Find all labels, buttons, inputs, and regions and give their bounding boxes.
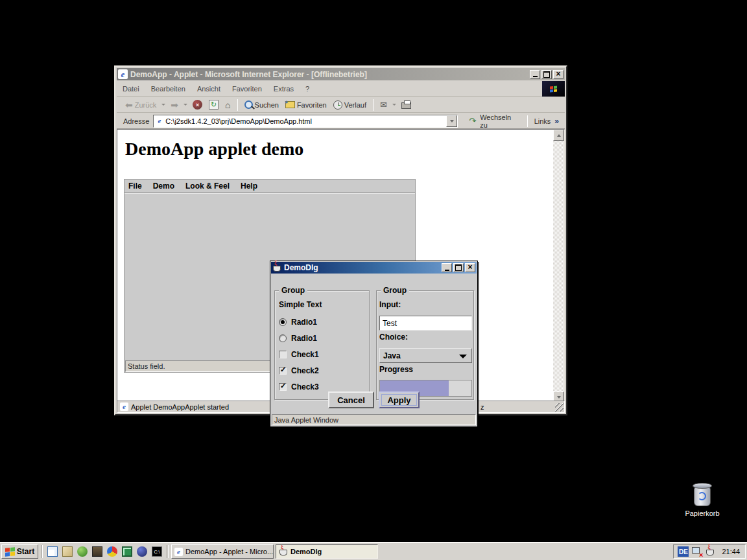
radio-1-label: Radio1 — [291, 318, 317, 327]
task-button-demodlg[interactable]: DemoDlg — [276, 544, 378, 559]
network-disconnected-icon[interactable] — [692, 547, 702, 556]
applet-menu-lookfeel[interactable]: Look & Feel — [185, 181, 230, 191]
chevron-down-icon — [450, 120, 454, 122]
simple-text-label: Simple Text — [279, 299, 322, 310]
refresh-button[interactable]: ↻ — [206, 99, 222, 111]
radio-option-2[interactable]: Radio1 — [279, 333, 317, 344]
go-label: Wechseln zu — [480, 113, 518, 129]
menu-ansicht[interactable]: Ansicht — [191, 82, 226, 95]
print-button[interactable] — [398, 99, 414, 110]
menu-bearbeiten[interactable]: Bearbeiten — [145, 82, 191, 95]
go-arrow-icon: ↷ — [469, 116, 476, 126]
task-button-ie[interactable]: e DemoApp - Applet - Micro... — [171, 544, 274, 559]
checkbox-option-2[interactable]: Check2 — [279, 366, 319, 376]
check-3-label: Check3 — [291, 382, 319, 391]
applet-menu-help[interactable]: Help — [241, 181, 257, 191]
mail-button[interactable]: ✉ — [377, 99, 390, 111]
dropdown-triangle-icon — [459, 355, 467, 358]
task-demodlg-label: DemoDlg — [290, 548, 322, 555]
applet-menu-demo[interactable]: Demo — [153, 181, 174, 191]
notes-shortcut-icon[interactable] — [47, 546, 58, 557]
ie-throbber — [542, 81, 565, 97]
back-dropdown-icon[interactable] — [161, 104, 165, 106]
back-label: Zurück — [135, 101, 157, 109]
back-button[interactable]: ⬅ Zurück — [122, 99, 160, 111]
address-input[interactable]: e C:\j2sdk1.4.2_03\prj\DemoApp\DemoApp.h… — [153, 115, 458, 128]
menu-datei[interactable]: Datei — [117, 82, 145, 95]
radio-option-1[interactable]: Radio1 — [279, 317, 317, 327]
ie-menu-bar: Datei Bearbeiten Ansicht Favoriten Extra… — [117, 81, 565, 97]
address-separator — [527, 115, 528, 127]
demodlg-title-bar[interactable]: DemoDlg — [271, 262, 477, 274]
ie-title-bar[interactable]: e DemoApp - Applet - Microsoft Internet … — [117, 68, 565, 80]
vertical-scrollbar[interactable] — [553, 130, 564, 402]
menu-extras[interactable]: Extras — [268, 82, 300, 95]
forward-dropdown-icon[interactable] — [184, 104, 187, 106]
applet-window-banner: Java Applet Window — [272, 414, 476, 425]
print-icon — [401, 102, 411, 109]
checkbox-option-1[interactable]: Check1 — [279, 349, 319, 360]
go-button[interactable]: ↷ Wechseln zu — [466, 112, 521, 130]
globe-app-icon[interactable] — [137, 546, 147, 557]
ie-task-icon: e — [174, 548, 183, 556]
home-icon: ⌂ — [225, 100, 230, 110]
search-button[interactable]: Suchen — [241, 99, 282, 110]
menu-favoriten[interactable]: Favoriten — [226, 82, 268, 95]
checkbox-unchecked-icon[interactable] — [279, 351, 287, 358]
apply-label: Apply — [387, 395, 410, 405]
start-button[interactable]: Start — [1, 544, 38, 559]
home-button[interactable]: ⌂ — [222, 99, 233, 111]
stop-button[interactable]: × — [189, 99, 206, 111]
java-tray-icon[interactable] — [706, 548, 715, 555]
chevron-up-icon — [557, 134, 561, 137]
cancel-button[interactable]: Cancel — [328, 391, 374, 408]
choice-value: Java — [383, 351, 401, 360]
checkbox-option-3[interactable]: Check3 — [279, 382, 319, 392]
resize-grip[interactable] — [555, 403, 563, 412]
mail-icon: ✉ — [380, 100, 387, 110]
demodlg-title: DemoDlg — [284, 263, 440, 272]
group-left-label: Group — [279, 286, 307, 295]
checkbox-checked-icon[interactable] — [279, 367, 287, 375]
mail-dropdown-icon[interactable] — [392, 104, 396, 106]
scroll-up-button[interactable] — [553, 130, 564, 141]
applet-menu-file[interactable]: File — [128, 181, 142, 191]
recycle-bin-icon — [693, 483, 712, 508]
dialog-maximize-button[interactable] — [453, 263, 464, 272]
history-button[interactable]: Verlauf — [330, 99, 370, 111]
history-icon — [333, 100, 342, 110]
green-app-icon[interactable] — [77, 546, 88, 557]
show-desktop-icon[interactable] — [62, 546, 73, 557]
media-app-icon[interactable] — [107, 546, 117, 557]
image-viewer-icon[interactable] — [92, 546, 102, 557]
menu-hilfe[interactable]: ? — [300, 82, 315, 95]
close-button[interactable] — [553, 70, 563, 79]
forward-button[interactable]: ➡ — [167, 99, 182, 111]
input-field[interactable]: Test — [379, 316, 472, 331]
radio-selected-icon[interactable] — [279, 318, 287, 326]
window-title: DemoApp - Applet - Microsoft Internet Ex… — [130, 70, 528, 79]
checkbox-checked-icon[interactable] — [279, 383, 287, 391]
choice-dropdown[interactable]: Java — [379, 348, 472, 363]
links-button[interactable]: Links » — [531, 115, 562, 127]
apply-button[interactable]: Apply — [379, 391, 420, 408]
dialog-minimize-button[interactable] — [442, 263, 452, 272]
language-indicator[interactable]: DE — [678, 546, 689, 557]
favorites-button[interactable]: Favoriten — [282, 100, 330, 110]
monitor-app-icon[interactable] — [122, 546, 132, 557]
taskbar-separator — [167, 545, 169, 558]
minimize-button[interactable] — [530, 70, 540, 79]
radio-unselected-icon[interactable] — [279, 334, 287, 342]
applet-menu-bar: File Demo Look & Feel Help — [124, 180, 415, 193]
command-prompt-icon[interactable]: C:\ — [152, 546, 162, 557]
dialog-close-button[interactable] — [465, 263, 475, 272]
page-title: DemoApp applet demo — [125, 139, 303, 159]
address-dropdown-button[interactable] — [446, 115, 457, 127]
maximize-button[interactable] — [541, 70, 552, 79]
radio-2-label: Radio1 — [291, 334, 317, 343]
address-value: C:\j2sdk1.4.2_03\prj\DemoApp\DemoApp.htm… — [165, 117, 446, 125]
start-label: Start — [17, 547, 34, 556]
cancel-label: Cancel — [337, 395, 365, 405]
recycle-bin-desktop-icon[interactable]: Papierkorb — [679, 483, 726, 517]
applet-status-icon: e — [120, 402, 128, 411]
